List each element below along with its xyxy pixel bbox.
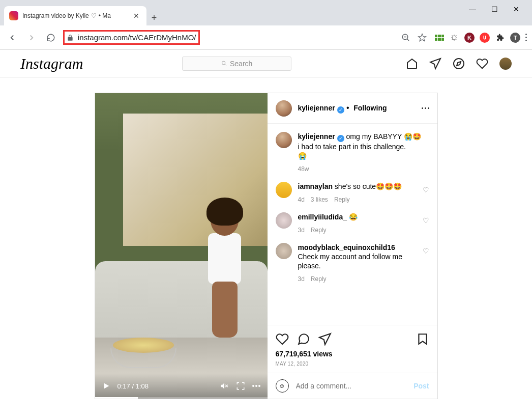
mute-icon[interactable]	[220, 381, 229, 391]
caption-text: omg my BABYYY	[344, 132, 404, 141]
commenter-avatar[interactable]	[276, 212, 292, 229]
close-window-icon[interactable]: ✕	[513, 5, 519, 13]
author-avatar[interactable]	[276, 100, 292, 117]
video-controls: 0:17 / 1:08	[95, 373, 268, 399]
post-video[interactable]: 0:17 / 1:08	[95, 93, 268, 399]
like-icon[interactable]	[276, 332, 289, 346]
svg-point-14	[258, 385, 260, 387]
caption-emoji: 😭🤩	[404, 132, 421, 141]
dot-separator: •	[346, 103, 349, 112]
window-controls: — ☐ ✕	[469, 0, 532, 25]
verified-badge-icon: ✓	[337, 106, 344, 114]
search-input[interactable]: Search	[182, 57, 291, 71]
svg-point-4	[452, 36, 456, 40]
video-time: 0:17 / 1:08	[117, 382, 149, 390]
post-date: MAY 12, 2020	[276, 359, 429, 373]
video-more-icon[interactable]	[252, 385, 260, 387]
explore-icon[interactable]	[453, 58, 465, 70]
browser-tab[interactable]: Instagram video by Kylie♡• Ma ✕	[4, 6, 146, 25]
minimize-icon[interactable]: —	[469, 5, 476, 13]
save-icon[interactable]	[416, 332, 429, 346]
add-comment-row: ☺ Post	[268, 373, 437, 399]
page-viewport: Instagram Search	[0, 50, 532, 418]
follow-status[interactable]: Following	[353, 104, 387, 112]
svg-marker-8	[457, 62, 461, 66]
view-count[interactable]: 67,719,651 views	[276, 349, 429, 359]
browser-tab-strip: Instagram video by Kylie♡• Ma ✕ + — ☐ ✕	[0, 0, 532, 25]
instagram-logo[interactable]: Instagram	[20, 55, 83, 72]
reply-button[interactable]: Reply	[311, 226, 327, 235]
svg-line-1	[407, 39, 409, 41]
extension-ublock-icon[interactable]	[480, 33, 490, 43]
reply-button[interactable]: Reply	[334, 195, 350, 204]
back-button[interactable]	[5, 31, 19, 45]
comment-age: 3d	[298, 274, 305, 284]
extensions-button[interactable]	[495, 33, 505, 43]
profile-avatar[interactable]	[499, 58, 512, 70]
comment-age: 4d	[298, 195, 305, 204]
like-comment-icon[interactable]: ♡	[423, 247, 429, 255]
home-icon[interactable]	[406, 58, 418, 70]
fullscreen-icon[interactable]	[236, 381, 245, 391]
browser-menu-button[interactable]	[525, 34, 527, 41]
activity-heart-icon[interactable]	[476, 58, 488, 70]
commenter-avatar[interactable]	[276, 182, 292, 198]
share-icon[interactable]	[318, 332, 332, 346]
emoji-picker-icon[interactable]: ☺	[276, 379, 289, 393]
reload-button[interactable]	[44, 31, 58, 45]
like-comment-icon[interactable]: ♡	[423, 216, 429, 225]
comment-input[interactable]	[296, 382, 407, 390]
browser-profile-avatar[interactable]: T	[510, 33, 520, 43]
caption-avatar[interactable]	[276, 132, 292, 148]
search-icon	[221, 61, 227, 66]
svg-point-12	[252, 385, 254, 387]
address-bar[interactable]: instagram.com/tv/CAErDMyHnMO/	[63, 30, 430, 45]
post-more-button[interactable]	[422, 107, 429, 109]
url-text: instagram.com/tv/CAErDMyHnMO/	[78, 33, 196, 42]
comments-list: kyliejenner✓ omg my BABYYY 😭🤩i had to ta…	[268, 124, 437, 325]
forward-button[interactable]	[24, 31, 39, 45]
maximize-icon[interactable]: ☐	[491, 5, 498, 13]
comment-text: Check my account and follow me please.	[298, 253, 402, 270]
post: 0:17 / 1:08 kyliejenner✓ • Following	[95, 93, 438, 399]
instagram-header: Instagram Search	[0, 50, 532, 77]
post-header: kyliejenner✓ • Following	[268, 93, 437, 124]
play-icon[interactable]	[102, 382, 110, 390]
caption-username[interactable]: kyliejenner	[298, 132, 335, 141]
comment-username[interactable]: iamnaylan	[298, 182, 333, 190]
close-tab-icon[interactable]: ✕	[131, 12, 141, 20]
svg-marker-9	[104, 383, 109, 389]
zoom-icon[interactable]	[401, 33, 410, 42]
new-tab-button[interactable]: +	[146, 10, 162, 25]
caption-text-line2: i had to take part in this challenge.	[298, 143, 406, 151]
author-line: kyliejenner✓ • Following	[298, 103, 387, 114]
extension-k-icon[interactable]: K	[464, 33, 475, 43]
messages-icon[interactable]	[429, 58, 441, 70]
extension-bug-icon[interactable]	[449, 33, 459, 43]
comment-icon[interactable]	[297, 332, 310, 346]
comment-username[interactable]: moodyblack_equinoxchild16	[298, 243, 395, 252]
comment-item: moodyblack_equinoxchild16 Check my accou…	[276, 243, 429, 284]
comment-emoji: 🤩🤩🤩	[376, 182, 402, 190]
svg-point-5	[222, 61, 225, 64]
comment-item: emillyiiludida_ 😂 3d Reply ♡	[276, 212, 429, 235]
svg-point-13	[255, 385, 257, 387]
commenter-avatar[interactable]	[276, 243, 292, 259]
post-comment-button[interactable]: Post	[413, 382, 429, 390]
comment-likes[interactable]: 3 likes	[311, 195, 328, 204]
url-highlight-box: instagram.com/tv/CAErDMyHnMO/	[63, 30, 200, 45]
reply-button[interactable]: Reply	[311, 274, 327, 284]
post-caption: kyliejenner✓ omg my BABYYY 😭🤩i had to ta…	[276, 132, 429, 174]
post-sidebar: kyliejenner✓ • Following kyliejenner✓ om…	[268, 93, 437, 399]
comment-username[interactable]: emillyiiludida_	[298, 213, 347, 221]
bookmark-star-icon[interactable]	[418, 33, 427, 42]
like-comment-icon[interactable]: ♡	[423, 186, 429, 194]
video-progress[interactable]	[95, 397, 268, 399]
caption-age: 48w	[298, 164, 309, 174]
author-username[interactable]: kyliejenner	[298, 104, 335, 112]
browser-toolbar: instagram.com/tv/CAErDMyHnMO/ K T	[0, 25, 532, 50]
svg-point-7	[454, 59, 464, 69]
svg-marker-3	[419, 34, 426, 41]
post-container: 0:17 / 1:08 kyliejenner✓ • Following	[0, 77, 532, 418]
extension-grid-icon[interactable]	[435, 35, 444, 41]
